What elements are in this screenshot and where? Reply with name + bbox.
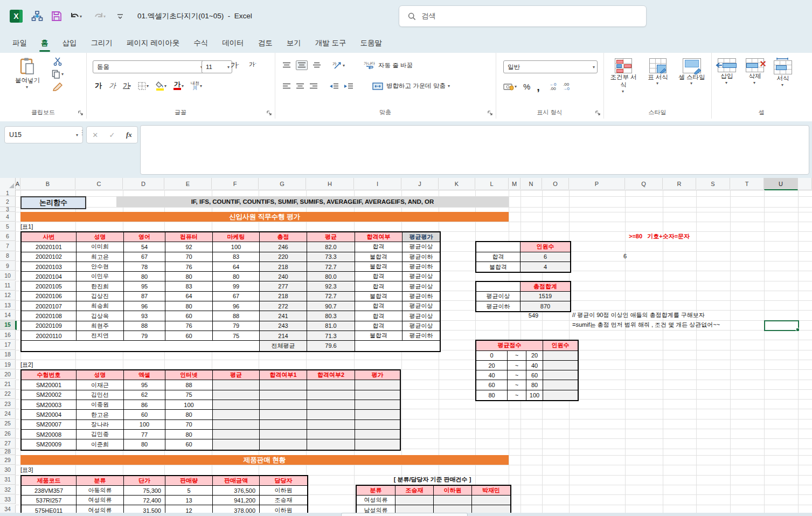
cell[interactable]: 20 xyxy=(476,361,508,370)
bold-button[interactable]: 가 xyxy=(95,81,102,91)
cell[interactable]: 제품코드 xyxy=(22,476,77,486)
cell[interactable]: 88 xyxy=(165,380,213,390)
cell[interactable]: 90.7 xyxy=(307,301,355,311)
cell[interactable]: 판매량 xyxy=(165,476,213,486)
row-header-33[interactable]: 33 xyxy=(0,494,16,504)
cell[interactable]: 합격 xyxy=(355,311,402,321)
cell[interactable]: 67 xyxy=(213,292,260,301)
cell[interactable]: SM20002 xyxy=(22,390,77,400)
cell[interactable] xyxy=(543,390,578,400)
cell[interactable]: 20020108 xyxy=(22,311,77,321)
delete-cells-button[interactable]: × 삭제▾ xyxy=(746,58,764,87)
row-header-27[interactable]: 27 xyxy=(0,438,16,448)
cell[interactable]: 평균 xyxy=(307,232,355,242)
cell[interactable]: 최고은 xyxy=(77,252,124,262)
cell[interactable]: 76 xyxy=(165,262,213,272)
cell[interactable]: 241 xyxy=(260,311,307,321)
redo-button[interactable]: ▾ xyxy=(93,8,106,25)
cell[interactable]: 83 xyxy=(165,281,213,291)
tab-수식[interactable]: 수식 xyxy=(186,34,215,53)
column-header-R[interactable]: R xyxy=(663,178,696,189)
cell[interactable]: 성명 xyxy=(77,370,124,380)
font-dialog-launcher[interactable] xyxy=(267,111,272,116)
cell[interactable]: 243 xyxy=(260,321,307,331)
row-header-31[interactable]: 31 xyxy=(0,475,16,485)
cell[interactable]: 평균이하 xyxy=(402,331,440,341)
cell[interactable]: 81.0 xyxy=(307,321,355,331)
cell[interactable]: 70 xyxy=(165,252,213,262)
wrap-text-button[interactable]: 가나다 자동 줄 바꿈 xyxy=(364,61,413,70)
tab-검토[interactable]: 검토 xyxy=(251,34,280,53)
cell[interactable] xyxy=(355,410,400,419)
font-size-select[interactable]: 11▾ xyxy=(202,60,232,73)
percent-style-button[interactable]: % xyxy=(523,82,530,91)
increase-indent-button[interactable] xyxy=(344,83,353,90)
tab-홈[interactable]: 홈 xyxy=(34,34,55,53)
cell[interactable] xyxy=(543,380,578,390)
cell[interactable]: 조승재 xyxy=(395,486,434,496)
cell[interactable]: 272 xyxy=(260,301,307,311)
cell[interactable] xyxy=(307,410,355,419)
tab-보기[interactable]: 보기 xyxy=(280,34,308,53)
column-header-O[interactable]: O xyxy=(542,178,569,189)
tab-삽입[interactable]: 삽입 xyxy=(55,34,84,53)
cell[interactable]: 75,300 xyxy=(124,486,165,496)
underline-button[interactable]: 가▾ xyxy=(123,81,131,91)
cell[interactable] xyxy=(543,351,578,361)
cell[interactable]: 80 xyxy=(526,380,543,390)
cell[interactable]: 20020109 xyxy=(22,321,77,331)
cell[interactable]: 한진희 xyxy=(77,281,124,291)
number-dialog-launcher[interactable] xyxy=(595,111,601,116)
cell[interactable]: 80 xyxy=(165,410,213,419)
cell[interactable]: 870 xyxy=(520,301,570,311)
table3-label[interactable]: [표3] xyxy=(20,465,53,474)
column-header-K[interactable]: K xyxy=(439,178,475,189)
cell[interactable]: 20 xyxy=(526,351,543,361)
cell[interactable]: 한고은 xyxy=(77,410,124,419)
cell[interactable] xyxy=(260,390,307,400)
cell[interactable]: 79 xyxy=(213,321,260,331)
horizontal-scrollbar[interactable] xyxy=(0,513,812,516)
cell[interactable]: 김상옥 xyxy=(77,311,124,321)
cell[interactable] xyxy=(355,430,400,439)
cell[interactable]: 86 xyxy=(124,400,165,410)
free-value-6[interactable]: 6 xyxy=(617,251,633,261)
format-as-table-button[interactable]: 표 서식▾ xyxy=(644,58,671,94)
paste-button[interactable]: 붙여넣기 ▾ xyxy=(15,57,40,90)
functions-list-bar[interactable]: IF, IFS, COUNTIF, COUNTIFS, SUMIF, SUMIF… xyxy=(116,196,509,207)
cell[interactable]: 이준희 xyxy=(77,439,124,449)
cell[interactable]: 96 xyxy=(124,301,165,311)
cell[interactable]: ~ xyxy=(508,380,526,390)
cell[interactable]: 수험번호 xyxy=(22,370,77,380)
column-header-B[interactable]: B xyxy=(20,178,75,189)
cell[interactable]: 평균이상 xyxy=(402,301,440,311)
cell[interactable]: 96 xyxy=(213,301,260,311)
cell[interactable]: SM20004 xyxy=(22,410,77,419)
row-header-8[interactable]: 8 xyxy=(0,251,16,261)
cell[interactable] xyxy=(476,242,520,252)
logic-functions-box[interactable]: 논리함수 xyxy=(20,196,86,209)
cell[interactable] xyxy=(307,400,355,410)
row-header-13[interactable]: 13 xyxy=(0,300,16,310)
borders-button[interactable]: ▾ xyxy=(138,82,149,90)
sales-count-title[interactable]: [ 분류/담당자 기준 판매건수 ] xyxy=(356,475,509,485)
cell[interactable]: 4 xyxy=(520,262,570,272)
grow-font-button[interactable]: 가ˆ xyxy=(231,60,239,70)
cell[interactable]: ~ xyxy=(508,351,526,361)
column-header-Q[interactable]: Q xyxy=(625,178,663,189)
cell[interactable] xyxy=(260,380,307,390)
cell[interactable]: 20020102 xyxy=(22,252,77,262)
cell[interactable]: 불합격 xyxy=(476,262,520,272)
cell[interactable]: 평균이상 xyxy=(402,311,440,321)
cell[interactable]: SM20007 xyxy=(22,420,77,430)
cell[interactable]: 이종원 xyxy=(77,400,124,410)
cell[interactable]: 54 xyxy=(124,242,165,252)
cell[interactable]: 여성의류 xyxy=(357,496,395,505)
cell[interactable] xyxy=(434,496,472,505)
cell[interactable]: ~ xyxy=(508,370,526,380)
cell[interactable] xyxy=(260,400,307,410)
cell[interactable]: 합격여부 xyxy=(355,232,402,242)
row-header-28[interactable]: 28 xyxy=(0,449,16,455)
row-header-21[interactable]: 21 xyxy=(0,380,16,389)
row-header-1[interactable]: 1 xyxy=(0,190,16,196)
